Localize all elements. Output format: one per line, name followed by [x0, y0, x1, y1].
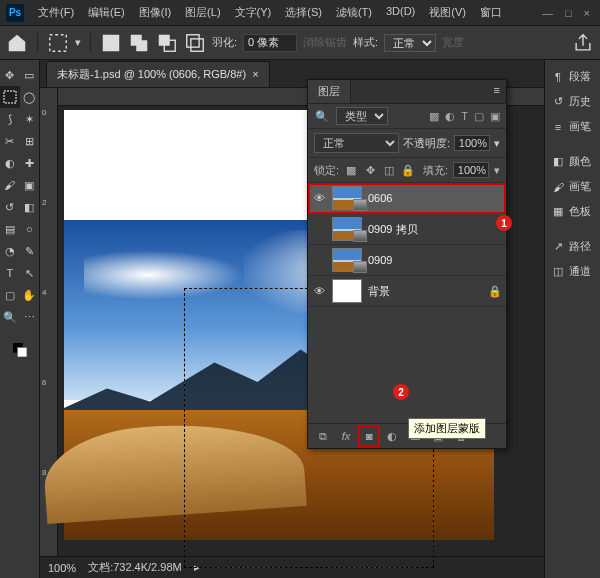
dodge-tool[interactable]: ◔ — [0, 240, 20, 262]
panel-paths[interactable]: ↗路径 — [545, 234, 600, 259]
menu-image[interactable]: 图像(I) — [133, 1, 177, 24]
filter-type-select[interactable]: 类型 — [336, 107, 388, 125]
visibility-toggle[interactable]: 👁 — [312, 284, 326, 298]
link-layers-icon[interactable]: ⧉ — [316, 429, 330, 443]
rectangle-tool[interactable]: ▢ — [0, 284, 20, 306]
filter-smart-icon[interactable]: ▣ — [490, 110, 500, 123]
fill-input[interactable] — [453, 162, 489, 178]
frame-tool[interactable]: ⊞ — [20, 130, 40, 152]
lock-artboard-icon[interactable]: ◫ — [382, 163, 396, 177]
minimize-button[interactable]: — — [542, 7, 553, 19]
intersect-selection-icon[interactable] — [184, 32, 206, 54]
layer-thumbnail[interactable] — [332, 248, 362, 272]
visibility-toggle[interactable] — [312, 222, 326, 236]
filter-adjust-icon[interactable]: ◐ — [445, 110, 455, 123]
close-button[interactable]: × — [584, 7, 590, 19]
menu-edit[interactable]: 编辑(E) — [82, 1, 131, 24]
panel-menu-icon[interactable]: ≡ — [488, 80, 506, 103]
history-brush-tool[interactable]: ↺ — [0, 196, 20, 218]
layer-name[interactable]: 0909 — [368, 254, 502, 266]
layer-style-icon[interactable]: fx — [339, 429, 353, 443]
zoom-tool[interactable]: 🔍 — [0, 306, 20, 328]
marquee-icon[interactable] — [47, 32, 69, 54]
menu-3d[interactable]: 3D(D) — [380, 1, 421, 24]
menu-file[interactable]: 文件(F) — [32, 1, 80, 24]
zoom-level[interactable]: 100% — [48, 562, 76, 574]
menu-view[interactable]: 视图(V) — [423, 1, 472, 24]
add-mask-icon[interactable]: ◙ — [362, 429, 376, 443]
lock-all-icon[interactable]: 🔒 — [401, 163, 415, 177]
feather-input[interactable] — [243, 34, 297, 52]
layer-name[interactable]: 背景 — [368, 284, 482, 299]
filter-pixel-icon[interactable]: ▩ — [429, 110, 439, 123]
filter-type-icon[interactable]: T — [461, 110, 468, 123]
lasso-tool[interactable]: ⟆ — [0, 108, 20, 130]
layer-thumbnail[interactable] — [332, 279, 362, 303]
new-selection-icon[interactable] — [100, 32, 122, 54]
brush-tool[interactable]: 🖌 — [0, 174, 20, 196]
style-select[interactable]: 正常 — [384, 34, 436, 52]
maximize-button[interactable]: □ — [565, 7, 572, 19]
type-tool[interactable]: T — [0, 262, 20, 284]
panel-brush[interactable]: 🖌画笔 — [545, 174, 600, 199]
lock-position-icon[interactable]: ✥ — [363, 163, 377, 177]
layer-row[interactable]: 👁 0606 — [308, 183, 506, 214]
move-tool[interactable]: ✥ — [0, 64, 20, 86]
edit-toolbar[interactable]: ⋯ — [20, 306, 40, 328]
chevron-down-icon[interactable]: ▾ — [494, 164, 500, 177]
ellipse-marquee-tool[interactable]: ◯ — [20, 86, 40, 108]
doc-size-info[interactable]: 文档:732.4K/2.98M — [88, 560, 182, 575]
layer-row[interactable]: 0909 拷贝 — [308, 214, 506, 245]
quick-select-tool[interactable]: ✶ — [20, 108, 40, 130]
layers-tab[interactable]: 图层 — [308, 80, 351, 103]
home-icon[interactable] — [6, 32, 28, 54]
path-select-tool[interactable]: ↖ — [20, 262, 40, 284]
layer-row[interactable]: 0909 — [308, 245, 506, 276]
search-icon[interactable]: 🔍 — [314, 108, 330, 124]
filter-shape-icon[interactable]: ▢ — [474, 110, 484, 123]
layer-name[interactable]: 0606 — [368, 192, 502, 204]
opacity-input[interactable] — [454, 135, 490, 151]
eraser-tool[interactable]: ◧ — [20, 196, 40, 218]
panel-history[interactable]: ↺历史 — [545, 89, 600, 114]
blur-tool[interactable]: ○ — [20, 218, 40, 240]
layer-thumbnail[interactable] — [332, 186, 362, 210]
panel-color[interactable]: ◧颜色 — [545, 149, 600, 174]
color-swatches[interactable] — [6, 336, 34, 364]
lock-pixels-icon[interactable]: ▩ — [344, 163, 358, 177]
layer-thumbnail[interactable] — [332, 217, 362, 241]
document-tab[interactable]: 未标题-1.psd @ 100% (0606, RGB/8#) × — [46, 61, 270, 87]
menu-window[interactable]: 窗口 — [474, 1, 508, 24]
gradient-tool[interactable]: ▤ — [0, 218, 20, 240]
panel-paragraph[interactable]: ¶段落 — [545, 64, 600, 89]
add-selection-icon[interactable] — [128, 32, 150, 54]
artboard-tool[interactable]: ▭ — [20, 64, 40, 86]
chevron-down-icon[interactable]: ▾ — [494, 137, 500, 150]
spot-heal-tool[interactable]: ✚ — [20, 152, 40, 174]
share-icon[interactable] — [572, 32, 594, 54]
clone-tool[interactable]: ▣ — [20, 174, 40, 196]
menu-filter[interactable]: 滤镜(T) — [330, 1, 378, 24]
close-tab-icon[interactable]: × — [252, 68, 258, 80]
visibility-toggle[interactable] — [312, 253, 326, 267]
subtract-selection-icon[interactable] — [156, 32, 178, 54]
adjustment-layer-icon[interactable]: ◐ — [385, 429, 399, 443]
layer-name[interactable]: 0909 拷贝 — [368, 222, 502, 237]
menu-layer[interactable]: 图层(L) — [179, 1, 226, 24]
panel-swatches[interactable]: ▦色板 — [545, 199, 600, 224]
lock-label: 锁定: — [314, 163, 339, 178]
eyedropper-tool[interactable]: ◐ — [0, 152, 20, 174]
layer-row[interactable]: 👁 背景 🔒 — [308, 276, 506, 307]
hand-tool[interactable]: ✋ — [20, 284, 40, 306]
crop-tool[interactable]: ✂ — [0, 130, 20, 152]
blend-mode-select[interactable]: 正常 — [314, 133, 399, 153]
chevron-down-icon[interactable]: ▾ — [75, 36, 81, 49]
pen-tool[interactable]: ✎ — [20, 240, 40, 262]
panel-channels[interactable]: ◫通道 — [545, 259, 600, 284]
right-panel-column: ¶段落 ↺历史 ≡画笔 ◧颜色 🖌画笔 ▦色板 ↗路径 ◫通道 — [544, 60, 600, 578]
visibility-toggle[interactable]: 👁 — [312, 191, 326, 205]
panel-brushes[interactable]: ≡画笔 — [545, 114, 600, 139]
menu-select[interactable]: 选择(S) — [279, 1, 328, 24]
menu-type[interactable]: 文字(Y) — [229, 1, 278, 24]
rect-marquee-tool[interactable] — [0, 86, 20, 108]
